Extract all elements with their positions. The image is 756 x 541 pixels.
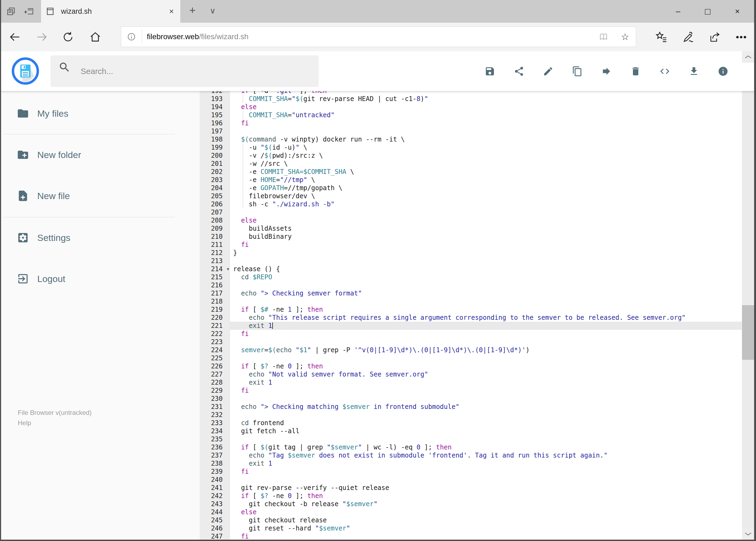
code-line-text: release () { <box>230 265 742 273</box>
pen-icon <box>682 31 694 43</box>
code-line: 192 if [ -d ".git" ]; then <box>200 91 742 95</box>
home-button[interactable] <box>86 28 105 46</box>
line-number: 208 <box>200 216 230 225</box>
move-button[interactable] <box>601 65 612 77</box>
code-line: 218 <box>200 297 742 305</box>
scrollbar-thumb[interactable] <box>742 305 754 360</box>
code-line-text: buildAssets <box>230 225 742 233</box>
raw-editor-button[interactable] <box>659 65 670 77</box>
copy-button[interactable] <box>572 65 583 77</box>
back-button[interactable] <box>5 28 24 46</box>
sidebar-item-settings[interactable]: Settings <box>1 229 190 246</box>
favorite-star-button[interactable]: ☆ <box>614 31 636 42</box>
code-line: 229 fi <box>200 386 742 395</box>
browser-tab-strip: wizard.sh × + ∨ – □ × <box>0 0 756 23</box>
trash-icon <box>630 66 641 77</box>
line-number: 211 <box>200 241 230 249</box>
download-button[interactable] <box>688 65 699 77</box>
code-line: 197 <box>200 127 742 135</box>
sidebar-item-my-files[interactable]: My files <box>1 105 190 122</box>
file-info-icon <box>718 66 728 77</box>
code-line: 238 exit 1 <box>200 459 742 467</box>
code-line-text: git checkout release <box>230 516 742 524</box>
code-line: 215 cd $REPO <box>200 273 742 281</box>
code-line-text: -v /$(pwd):/src:z \ <box>230 152 742 160</box>
line-number: 238 <box>200 459 230 467</box>
code-line: 208 else <box>200 216 742 225</box>
code-line: 228 exit 1 <box>200 378 742 386</box>
line-number: 195 <box>200 111 230 119</box>
code-line-text: fi <box>230 467 742 476</box>
code-line: 200 -v /$(pwd):/src:z \ <box>200 152 742 160</box>
sidebar-item-new-file[interactable]: New file <box>1 187 190 205</box>
line-number: 234 <box>200 427 230 435</box>
line-number: 241 <box>200 484 230 492</box>
chevron-up-icon <box>744 55 752 59</box>
scrollbar-down-button[interactable] <box>742 528 754 540</box>
line-number: 193 <box>200 95 230 103</box>
line-number: 202 <box>200 168 230 176</box>
sidebar-item-new-folder[interactable]: New folder <box>1 146 190 164</box>
sidebar-item-label: New folder <box>37 150 81 160</box>
sidebar-divider <box>3 217 175 218</box>
annotate-button[interactable] <box>679 28 698 46</box>
code-line: 202 -e COMMIT_SHA=$COMMIT_SHA \ <box>200 168 742 176</box>
info-icon <box>126 32 136 42</box>
info-button[interactable] <box>718 65 728 77</box>
save-button[interactable] <box>484 65 495 77</box>
code-line: 220 echo "This release script requires a… <box>200 313 742 322</box>
sidebar-item-logout[interactable]: Logout <box>1 270 190 287</box>
code-line: 206 sh -c "./wizard.sh -b" <box>200 200 742 208</box>
tab-preview-chevron-button[interactable]: ∨ <box>207 6 219 15</box>
more-menu-button[interactable]: ••• <box>732 28 751 46</box>
code-line: 201 -w //src \ <box>200 160 742 168</box>
file-action-toolbar <box>484 65 728 77</box>
code-line-text: if [ $# -ne 1 ]; then <box>230 305 742 313</box>
share-button[interactable] <box>514 65 524 77</box>
code-line-text: buildBinary <box>230 233 742 241</box>
sidebar-item-label: My files <box>37 108 68 119</box>
window-border-left <box>0 0 1 541</box>
window-close-button[interactable]: × <box>722 0 752 23</box>
reading-view-button[interactable] <box>593 32 614 42</box>
sidebar-item-label: Settings <box>37 233 71 243</box>
code-line: 221 exit 1 <box>200 322 742 330</box>
line-number: 223 <box>200 338 230 346</box>
url-host: filebrowser.web <box>147 32 199 41</box>
scrollbar-up-button[interactable] <box>742 51 754 63</box>
share-button-browser[interactable] <box>705 28 724 46</box>
hub-button[interactable] <box>652 28 671 46</box>
line-number: 219 <box>200 305 230 313</box>
new-tab-button[interactable]: + <box>186 4 199 16</box>
tabs-aside-button[interactable] <box>4 4 19 19</box>
code-line: 196 fi <box>200 119 742 127</box>
refresh-button[interactable] <box>59 28 78 46</box>
tab-close-button[interactable]: × <box>167 7 175 16</box>
code-line-text <box>230 395 742 403</box>
filebrowser-logo[interactable] <box>11 57 39 86</box>
line-number: 197 <box>200 127 230 135</box>
code-line: 216 <box>200 281 742 289</box>
address-bar[interactable]: filebrowser.web/files/wizard.sh ☆ <box>121 26 636 47</box>
help-link[interactable]: Help <box>18 418 92 428</box>
window-maximize-button[interactable]: □ <box>693 0 722 23</box>
window-minimize-button[interactable]: – <box>663 0 693 23</box>
code-editor[interactable]: 192 if [ -d ".git" ]; then193 COMMIT_SHA… <box>200 91 742 540</box>
delete-button[interactable] <box>630 65 641 77</box>
code-line-text: else <box>230 508 742 516</box>
forward-button[interactable] <box>32 28 51 46</box>
code-icon <box>659 66 670 77</box>
fold-arrow-icon[interactable]: ▼ <box>227 265 229 273</box>
code-line-text: -u "$(id -u)" \ <box>230 144 742 152</box>
browser-tab[interactable]: wizard.sh × <box>41 0 180 23</box>
code-line-text: COMMIT_SHA="$(git rev-parse HEAD | cut -… <box>230 95 742 103</box>
line-number: 203 <box>200 176 230 184</box>
window-border-bottom <box>0 540 756 541</box>
code-line: 232 <box>200 411 742 419</box>
site-info-button[interactable] <box>121 32 142 42</box>
restore-tabs-button[interactable] <box>22 4 37 19</box>
code-line-text: if [ $(git tag | grep "$semver" | wc -l)… <box>230 443 742 451</box>
code-line: 231 echo "> Checking matching $semver in… <box>200 403 742 411</box>
search-input[interactable] <box>51 55 319 87</box>
rename-button[interactable] <box>543 65 554 77</box>
